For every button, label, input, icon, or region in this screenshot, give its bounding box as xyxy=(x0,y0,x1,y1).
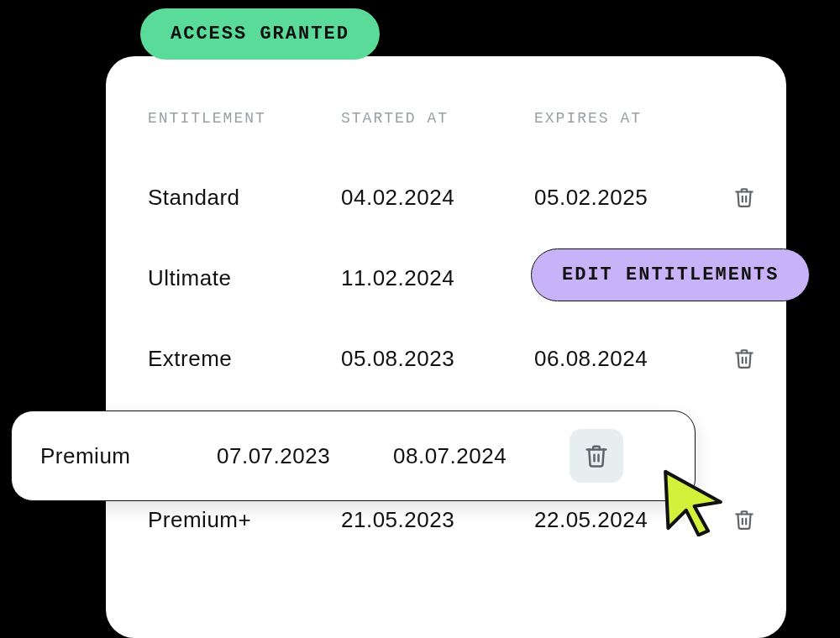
access-granted-badge: ACCESS GRANTED xyxy=(140,8,380,60)
trash-icon xyxy=(733,186,755,208)
entitlement-name: Premium xyxy=(40,443,217,469)
table-row: Standard 04.02.2024 05.02.2025 xyxy=(148,157,744,238)
entitlement-name: Standard xyxy=(148,185,341,211)
entitlement-started: 11.02.2024 xyxy=(341,265,534,291)
cursor-icon xyxy=(659,468,727,536)
entitlements-card: ENTITLEMENT STARTED AT EXPIRES AT Standa… xyxy=(106,56,786,638)
entitlement-started: 07.07.2023 xyxy=(217,443,393,469)
trash-icon xyxy=(733,509,755,531)
delete-button[interactable] xyxy=(727,180,761,214)
col-header-started-at: STARTED AT xyxy=(341,110,534,127)
col-header-expires-at: EXPIRES AT xyxy=(534,110,727,127)
entitlement-name: Ultimate xyxy=(148,265,341,291)
entitlement-expires: 08.07.2024 xyxy=(393,443,570,469)
entitlement-name: Extreme xyxy=(148,346,341,372)
trash-icon xyxy=(733,348,755,369)
delete-button[interactable] xyxy=(727,503,761,536)
table-row: Extreme 05.08.2023 06.08.2024 xyxy=(148,318,744,399)
highlighted-row: Premium 07.07.2023 08.07.2024 xyxy=(11,411,696,501)
edit-entitlements-button[interactable]: EDIT ENTITLEMENTS xyxy=(531,248,810,301)
entitlement-started: 04.02.2024 xyxy=(341,185,534,211)
entitlement-expires: 05.02.2025 xyxy=(534,185,727,211)
entitlement-name: Premium+ xyxy=(148,507,341,533)
entitlement-started: 05.08.2023 xyxy=(341,346,534,372)
col-header-entitlement: ENTITLEMENT xyxy=(148,110,341,127)
delete-button-active[interactable] xyxy=(570,429,623,483)
delete-button[interactable] xyxy=(727,342,761,375)
entitlement-expires: 06.08.2024 xyxy=(534,346,727,372)
trash-icon xyxy=(584,443,609,468)
entitlement-started: 21.05.2023 xyxy=(341,507,534,533)
